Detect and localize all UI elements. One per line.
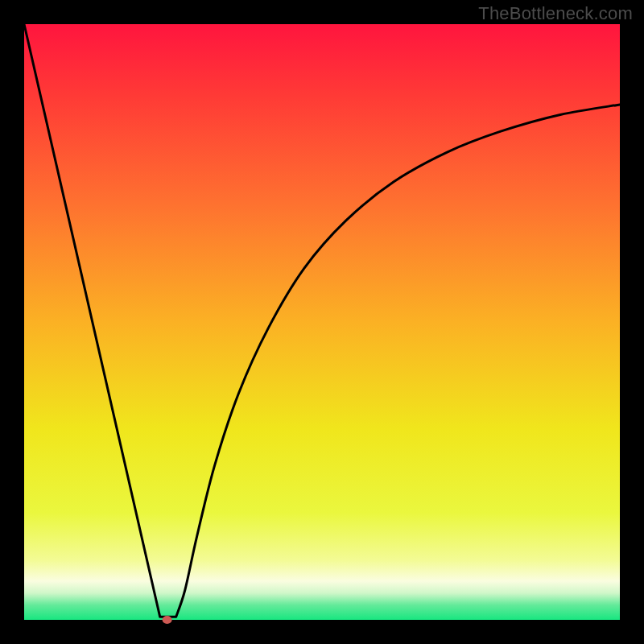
bottleneck-chart [0, 0, 644, 644]
watermark-text: TheBottleneck.com [478, 3, 633, 24]
plot-area [24, 24, 620, 620]
optimal-point-marker [163, 616, 172, 624]
